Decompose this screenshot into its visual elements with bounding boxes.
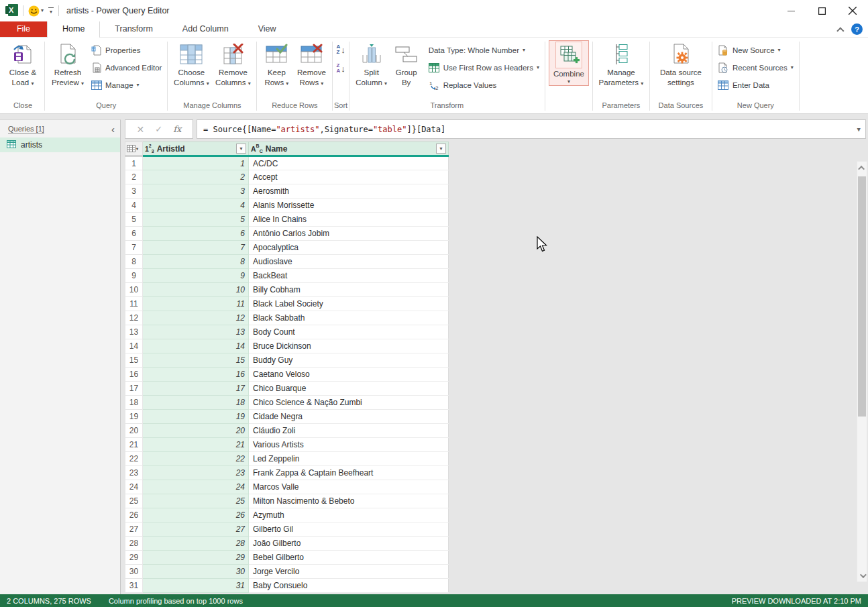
cell-name[interactable]: Bruce Dickinson (249, 339, 449, 353)
collapse-ribbon-button[interactable] (836, 27, 844, 34)
row-number[interactable]: 13 (125, 325, 143, 339)
cell-name[interactable]: Caetano Veloso (249, 368, 449, 382)
remove-columns-button[interactable]: Remove Columns ▾ (213, 40, 253, 89)
new-source-button[interactable]: New Source ▾ (716, 42, 796, 59)
use-first-row-as-headers-button[interactable]: Use First Row as Headers ▾ (427, 59, 541, 76)
cell-name[interactable]: AC/DC (249, 156, 449, 170)
filter-button[interactable]: ▼ (436, 144, 446, 154)
cell-name[interactable]: Baby Consuelo (249, 579, 449, 593)
cell-artistid[interactable]: 17 (143, 382, 249, 396)
cell-name[interactable]: Azymuth (249, 508, 449, 522)
cell-name[interactable]: Alice In Chains (249, 213, 449, 227)
properties-button[interactable]: Properties (89, 42, 164, 59)
cell-artistid[interactable]: 11 (143, 297, 249, 311)
cell-artistid[interactable]: 18 (143, 396, 249, 410)
row-number[interactable]: 11 (125, 297, 143, 311)
row-number[interactable]: 17 (125, 382, 143, 396)
advanced-editor-button[interactable]: Advanced Editor (89, 59, 164, 76)
tab-home[interactable]: Home (47, 21, 100, 38)
expand-formula-bar-icon[interactable]: ▼ (857, 126, 861, 133)
formula-input[interactable]: = Source{[Name="artists",Signature="tabl… (197, 119, 866, 139)
choose-columns-button[interactable]: Choose Columns ▾ (171, 40, 211, 89)
cell-artistid[interactable]: 15 (143, 353, 249, 368)
cell-artistid[interactable]: 28 (143, 537, 249, 551)
cell-name[interactable]: Aerosmith (249, 184, 449, 199)
manage-parameters-button[interactable]: Manage Parameters ▾ (596, 40, 646, 89)
cell-artistid[interactable]: 6 (143, 227, 249, 241)
cell-name[interactable]: Various Artists (249, 438, 449, 452)
close-button[interactable] (837, 0, 868, 21)
data-type-button[interactable]: Data Type: Whole Number ▾ (427, 42, 541, 59)
row-number[interactable]: 2 (125, 170, 143, 184)
cell-name[interactable]: Bebel Gilberto (249, 551, 449, 565)
row-number[interactable]: 29 (125, 551, 143, 565)
cell-name[interactable]: Cidade Negra (249, 410, 449, 424)
scrollbar-thumb[interactable] (858, 176, 866, 417)
profiling-status[interactable]: Column profiling based on top 1000 rows (109, 597, 243, 605)
cell-artistid[interactable]: 7 (143, 241, 249, 255)
cell-artistid[interactable]: 3 (143, 184, 249, 199)
cancel-formula-icon[interactable]: ✕ (137, 124, 145, 135)
row-number[interactable]: 31 (125, 579, 143, 593)
row-number[interactable]: 15 (125, 353, 143, 368)
keep-rows-button[interactable]: Keep Rows ▾ (260, 40, 292, 89)
cell-artistid[interactable]: 1 (143, 156, 249, 170)
cell-name[interactable]: Marcos Valle (249, 480, 449, 494)
cell-artistid[interactable]: 12 (143, 311, 249, 325)
cell-name[interactable]: Jorge Vercilo (249, 565, 449, 579)
row-number[interactable]: 23 (125, 466, 143, 480)
sort-descending-button[interactable]: ZA↓ (336, 60, 345, 76)
cell-name[interactable]: Alanis Morissette (249, 199, 449, 213)
row-number[interactable]: 4 (125, 199, 143, 213)
cell-name[interactable]: Black Label Society (249, 297, 449, 311)
cell-artistid[interactable]: 20 (143, 424, 249, 438)
cell-name[interactable]: Body Count (249, 325, 449, 339)
row-number[interactable]: 28 (125, 537, 143, 551)
cell-artistid[interactable]: 14 (143, 339, 249, 353)
tab-file[interactable]: File (0, 21, 47, 37)
manage-button[interactable]: Manage ▾ (89, 76, 164, 94)
minimize-button[interactable] (775, 0, 806, 21)
tab-view[interactable]: View (243, 21, 291, 37)
data-source-settings-button[interactable]: Data source settings (653, 40, 708, 89)
collapse-panel-button[interactable]: ‹ (111, 124, 115, 134)
close-and-load-button[interactable]: Close & Load ▾ (5, 40, 41, 89)
scroll-up-icon[interactable] (857, 162, 867, 173)
cell-name[interactable]: Accept (249, 170, 449, 184)
cell-artistid[interactable]: 23 (143, 466, 249, 480)
row-number[interactable]: 5 (125, 213, 143, 227)
filter-button[interactable]: ▼ (236, 144, 246, 154)
tab-transform[interactable]: Transform (100, 21, 168, 37)
cell-artistid[interactable]: 19 (143, 410, 249, 424)
cell-name[interactable]: Buddy Guy (249, 353, 449, 368)
row-number[interactable]: 25 (125, 494, 143, 508)
row-number[interactable]: 21 (125, 438, 143, 452)
cell-artistid[interactable]: 13 (143, 325, 249, 339)
fx-icon[interactable]: fx (173, 124, 181, 134)
cell-artistid[interactable]: 24 (143, 480, 249, 494)
remove-rows-button[interactable]: Remove Rows ▾ (294, 40, 329, 89)
cell-artistid[interactable]: 30 (143, 565, 249, 579)
cell-artistid[interactable]: 27 (143, 522, 249, 537)
cell-name[interactable]: BackBeat (249, 269, 449, 283)
row-number[interactable]: 18 (125, 396, 143, 410)
row-number[interactable]: 20 (125, 424, 143, 438)
help-button[interactable]: ? (851, 23, 863, 35)
maximize-button[interactable] (806, 0, 837, 21)
cell-name[interactable]: Apocalyptica (249, 241, 449, 255)
cell-artistid[interactable]: 5 (143, 213, 249, 227)
cell-artistid[interactable]: 31 (143, 579, 249, 593)
row-number[interactable]: 19 (125, 410, 143, 424)
row-number[interactable]: 8 (125, 255, 143, 269)
row-number[interactable]: 12 (125, 311, 143, 325)
select-all-button[interactable]: ▾ (125, 142, 143, 156)
cell-artistid[interactable]: 25 (143, 494, 249, 508)
cell-artistid[interactable]: 26 (143, 508, 249, 522)
row-number[interactable]: 1 (125, 156, 143, 170)
cell-artistid[interactable]: 10 (143, 283, 249, 297)
sort-ascending-button[interactable]: AZ↓ (336, 42, 345, 58)
cell-name[interactable]: Chico Science & Nação Zumbi (249, 396, 449, 410)
cell-artistid[interactable]: 29 (143, 551, 249, 565)
split-column-button[interactable]: Split Column ▾ (353, 40, 390, 89)
row-number[interactable]: 16 (125, 368, 143, 382)
